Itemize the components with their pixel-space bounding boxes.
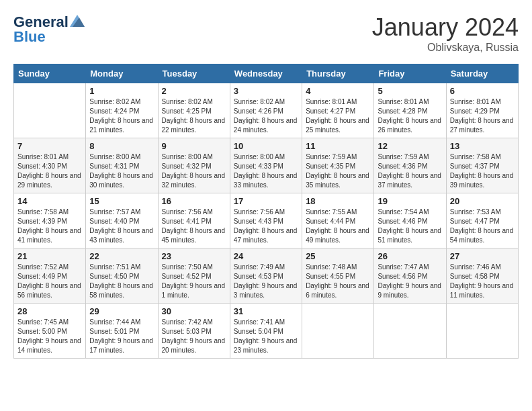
day-info: Sunrise: 7:56 AM Sunset: 4:41 PM Dayligh… (162, 208, 226, 245)
col-header-friday: Friday (374, 64, 446, 83)
day-info: Sunrise: 7:59 AM Sunset: 4:35 PM Dayligh… (306, 152, 370, 190)
day-number: 3 (234, 86, 298, 96)
day-cell: 23Sunrise: 7:50 AM Sunset: 4:52 PM Dayli… (158, 248, 230, 304)
day-cell: 5Sunrise: 8:01 AM Sunset: 4:28 PM Daylig… (374, 83, 446, 138)
day-number: 6 (450, 86, 515, 96)
col-header-sunday: Sunday (14, 64, 86, 83)
logo: General Blue (13, 13, 85, 46)
day-cell: 11Sunrise: 7:59 AM Sunset: 4:35 PM Dayli… (302, 138, 374, 193)
week-row-5: 28Sunrise: 7:45 AM Sunset: 5:00 PM Dayli… (14, 304, 519, 359)
day-cell: 25Sunrise: 7:48 AM Sunset: 4:55 PM Dayli… (302, 248, 374, 304)
day-number: 19 (378, 196, 442, 206)
day-info: Sunrise: 7:45 AM Sunset: 5:00 PM Dayligh… (17, 318, 82, 355)
month-title: January 2024 (372, 13, 519, 42)
day-cell (14, 83, 86, 138)
week-row-2: 7Sunrise: 8:01 AM Sunset: 4:30 PM Daylig… (14, 138, 519, 193)
day-info: Sunrise: 8:00 AM Sunset: 4:33 PM Dayligh… (234, 152, 298, 190)
logo-icon (70, 15, 85, 27)
day-number: 12 (378, 141, 442, 151)
day-info: Sunrise: 7:41 AM Sunset: 5:04 PM Dayligh… (234, 318, 298, 355)
day-info: Sunrise: 8:02 AM Sunset: 4:26 PM Dayligh… (234, 97, 298, 135)
day-number: 26 (378, 251, 442, 261)
week-row-3: 14Sunrise: 7:58 AM Sunset: 4:39 PM Dayli… (14, 193, 519, 248)
day-cell: 2Sunrise: 8:02 AM Sunset: 4:25 PM Daylig… (158, 83, 230, 138)
day-cell: 6Sunrise: 8:01 AM Sunset: 4:29 PM Daylig… (446, 83, 518, 138)
day-cell: 26Sunrise: 7:47 AM Sunset: 4:56 PM Dayli… (374, 248, 446, 304)
day-number: 24 (234, 251, 298, 261)
day-info: Sunrise: 8:00 AM Sunset: 4:32 PM Dayligh… (162, 152, 226, 190)
day-info: Sunrise: 7:58 AM Sunset: 4:37 PM Dayligh… (450, 152, 515, 190)
day-cell: 30Sunrise: 7:42 AM Sunset: 5:03 PM Dayli… (158, 304, 230, 359)
day-info: Sunrise: 8:01 AM Sunset: 4:30 PM Dayligh… (17, 152, 82, 190)
col-header-thursday: Thursday (302, 64, 374, 83)
day-cell: 27Sunrise: 7:46 AM Sunset: 4:58 PM Dayli… (446, 248, 518, 304)
day-cell: 19Sunrise: 7:54 AM Sunset: 4:46 PM Dayli… (374, 193, 446, 248)
day-cell: 13Sunrise: 7:58 AM Sunset: 4:37 PM Dayli… (446, 138, 518, 193)
logo-blue: Blue (13, 28, 46, 46)
day-number: 31 (234, 306, 298, 316)
day-number: 27 (450, 251, 515, 261)
day-number: 4 (306, 86, 370, 96)
day-cell: 9Sunrise: 8:00 AM Sunset: 4:32 PM Daylig… (158, 138, 230, 193)
day-info: Sunrise: 7:59 AM Sunset: 4:36 PM Dayligh… (378, 152, 442, 190)
day-cell: 20Sunrise: 7:53 AM Sunset: 4:47 PM Dayli… (446, 193, 518, 248)
day-number: 1 (89, 86, 154, 96)
day-cell: 22Sunrise: 7:51 AM Sunset: 4:50 PM Dayli… (86, 248, 158, 304)
day-cell (302, 304, 374, 359)
day-number: 25 (306, 251, 370, 261)
day-number: 28 (17, 306, 82, 316)
day-info: Sunrise: 8:02 AM Sunset: 4:24 PM Dayligh… (89, 97, 154, 135)
day-info: Sunrise: 7:56 AM Sunset: 4:43 PM Dayligh… (234, 208, 298, 245)
day-number: 13 (450, 141, 515, 151)
day-cell: 7Sunrise: 8:01 AM Sunset: 4:30 PM Daylig… (14, 138, 86, 193)
day-number: 10 (234, 141, 298, 151)
day-info: Sunrise: 7:57 AM Sunset: 4:40 PM Dayligh… (89, 208, 154, 245)
day-info: Sunrise: 8:00 AM Sunset: 4:31 PM Dayligh… (89, 152, 154, 190)
day-cell: 28Sunrise: 7:45 AM Sunset: 5:00 PM Dayli… (14, 304, 86, 359)
day-number: 2 (162, 86, 226, 96)
day-cell: 31Sunrise: 7:41 AM Sunset: 5:04 PM Dayli… (230, 304, 302, 359)
day-number: 15 (89, 196, 154, 206)
day-cell: 29Sunrise: 7:44 AM Sunset: 5:01 PM Dayli… (86, 304, 158, 359)
day-number: 22 (89, 251, 154, 261)
week-row-4: 21Sunrise: 7:52 AM Sunset: 4:49 PM Dayli… (14, 248, 519, 304)
day-cell: 8Sunrise: 8:00 AM Sunset: 4:31 PM Daylig… (86, 138, 158, 193)
week-row-1: 1Sunrise: 8:02 AM Sunset: 4:24 PM Daylig… (14, 83, 519, 138)
location: Oblivskaya, Russia (372, 42, 519, 54)
day-info: Sunrise: 7:55 AM Sunset: 4:44 PM Dayligh… (306, 208, 370, 245)
day-number: 9 (162, 141, 226, 151)
col-header-wednesday: Wednesday (230, 64, 302, 83)
col-header-tuesday: Tuesday (158, 64, 230, 83)
day-number: 18 (306, 196, 370, 206)
day-info: Sunrise: 7:49 AM Sunset: 4:53 PM Dayligh… (234, 263, 298, 300)
day-number: 7 (17, 141, 82, 151)
day-cell: 17Sunrise: 7:56 AM Sunset: 4:43 PM Dayli… (230, 193, 302, 248)
day-number: 16 (162, 196, 226, 206)
day-info: Sunrise: 7:47 AM Sunset: 4:56 PM Dayligh… (378, 263, 442, 300)
day-number: 5 (378, 86, 442, 96)
day-info: Sunrise: 7:48 AM Sunset: 4:55 PM Dayligh… (306, 263, 370, 300)
title-section: January 2024 Oblivskaya, Russia (372, 13, 519, 54)
col-header-saturday: Saturday (446, 64, 518, 83)
page-container: General Blue January 2024 Oblivskaya, Ru… (0, 0, 532, 365)
day-info: Sunrise: 7:53 AM Sunset: 4:47 PM Dayligh… (450, 208, 515, 245)
day-info: Sunrise: 7:42 AM Sunset: 5:03 PM Dayligh… (162, 318, 226, 355)
day-cell: 15Sunrise: 7:57 AM Sunset: 4:40 PM Dayli… (86, 193, 158, 248)
day-cell: 3Sunrise: 8:02 AM Sunset: 4:26 PM Daylig… (230, 83, 302, 138)
day-number: 21 (17, 251, 82, 261)
day-number: 30 (162, 306, 226, 316)
col-header-monday: Monday (86, 64, 158, 83)
day-number: 17 (234, 196, 298, 206)
day-cell: 24Sunrise: 7:49 AM Sunset: 4:53 PM Dayli… (230, 248, 302, 304)
day-number: 29 (89, 306, 154, 316)
day-cell: 1Sunrise: 8:02 AM Sunset: 4:24 PM Daylig… (86, 83, 158, 138)
day-cell: 14Sunrise: 7:58 AM Sunset: 4:39 PM Dayli… (14, 193, 86, 248)
day-number: 14 (17, 196, 82, 206)
day-info: Sunrise: 8:01 AM Sunset: 4:29 PM Dayligh… (450, 97, 515, 135)
day-number: 11 (306, 141, 370, 151)
calendar-table: SundayMondayTuesdayWednesdayThursdayFrid… (13, 64, 519, 359)
day-cell: 4Sunrise: 8:01 AM Sunset: 4:27 PM Daylig… (302, 83, 374, 138)
day-info: Sunrise: 7:46 AM Sunset: 4:58 PM Dayligh… (450, 263, 515, 300)
day-cell: 10Sunrise: 8:00 AM Sunset: 4:33 PM Dayli… (230, 138, 302, 193)
day-cell: 21Sunrise: 7:52 AM Sunset: 4:49 PM Dayli… (14, 248, 86, 304)
